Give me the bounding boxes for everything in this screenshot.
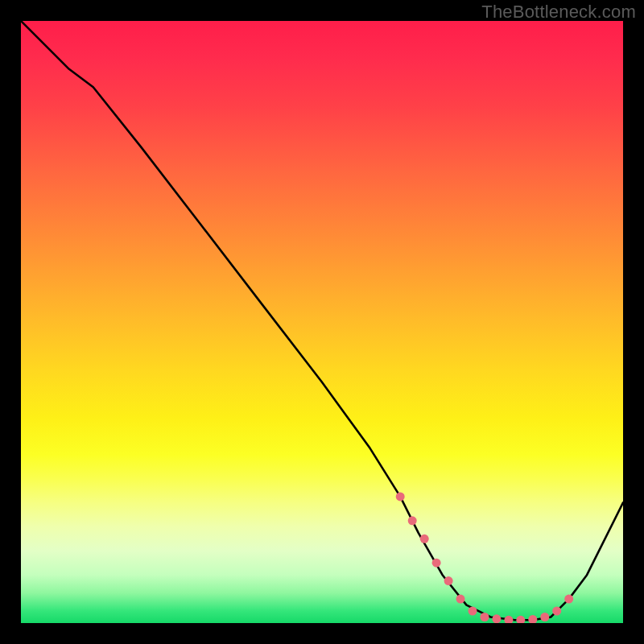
flat-zone-marker [408, 516, 417, 525]
flat-zone-marker [481, 613, 489, 621]
flat-zone-marker [469, 607, 477, 616]
flat-zone-marker [444, 576, 453, 585]
flat-zone-marker [528, 615, 537, 623]
flat-zone-marker [540, 613, 549, 621]
flat-zone-markers [396, 492, 574, 623]
flat-zone-marker [504, 616, 513, 623]
flat-zone-marker [552, 607, 561, 616]
flat-zone-marker [420, 535, 429, 543]
curve-svg [21, 21, 623, 623]
watermark-text: TheBottleneck.com [481, 2, 636, 23]
bottleneck-curve-line [21, 21, 623, 620]
flat-zone-marker [456, 595, 465, 604]
flat-zone-marker [396, 492, 405, 501]
flat-zone-marker [432, 559, 441, 568]
plot-area [21, 21, 623, 623]
flat-zone-marker [564, 595, 573, 604]
chart-frame: TheBottleneck.com [0, 0, 644, 644]
flat-zone-marker [516, 616, 525, 623]
flat-zone-marker [492, 614, 501, 623]
